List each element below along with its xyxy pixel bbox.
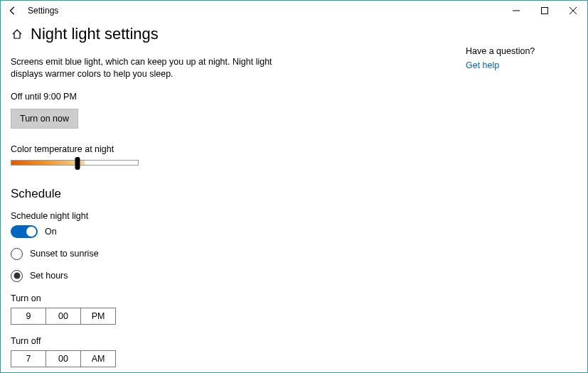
schedule-toggle[interactable]	[11, 225, 38, 238]
minimize-button[interactable]	[502, 1, 530, 21]
close-button[interactable]	[559, 1, 587, 21]
color-temp-slider[interactable]	[11, 160, 139, 166]
radio-icon	[11, 270, 23, 282]
schedule-toggle-label: Schedule night light	[11, 211, 466, 221]
radio-icon	[11, 248, 23, 260]
turn-on-ampm[interactable]: PM	[80, 308, 116, 325]
page-description: Screens emit blue light, which can keep …	[11, 56, 281, 80]
maximize-button[interactable]	[530, 1, 559, 21]
window-title: Settings	[28, 6, 58, 16]
turn-off-minute[interactable]: 00	[46, 350, 81, 367]
turn-on-label: Turn on	[11, 293, 466, 303]
home-icon[interactable]	[11, 28, 23, 40]
color-temp-label: Color temperature at night	[11, 144, 466, 154]
slider-thumb[interactable]	[75, 157, 80, 170]
titlebar: Settings	[1, 1, 587, 21]
page-title: Night light settings	[31, 25, 159, 43]
schedule-toggle-state: On	[45, 227, 57, 237]
radio-set-hours[interactable]: Set hours	[11, 270, 466, 282]
turn-on-now-button[interactable]: Turn on now	[11, 109, 78, 129]
schedule-heading: Schedule	[11, 187, 466, 201]
have-a-question-label: Have a question?	[466, 46, 577, 56]
turn-off-label: Turn off	[11, 336, 466, 346]
svg-rect-1	[542, 8, 548, 14]
turn-on-hour[interactable]: 9	[11, 308, 46, 325]
turn-off-time-picker: 7 00 AM	[11, 350, 466, 367]
get-help-link[interactable]: Get help	[466, 60, 499, 70]
radio-sunset-to-sunrise[interactable]: Sunset to sunrise	[11, 248, 466, 260]
turn-on-minute[interactable]: 00	[46, 308, 81, 325]
turn-off-ampm[interactable]: AM	[80, 350, 116, 367]
turn-off-hour[interactable]: 7	[11, 350, 46, 367]
status-text: Off until 9:00 PM	[11, 92, 466, 102]
turn-on-time-picker: 9 00 PM	[11, 308, 466, 325]
back-button[interactable]	[6, 4, 19, 17]
